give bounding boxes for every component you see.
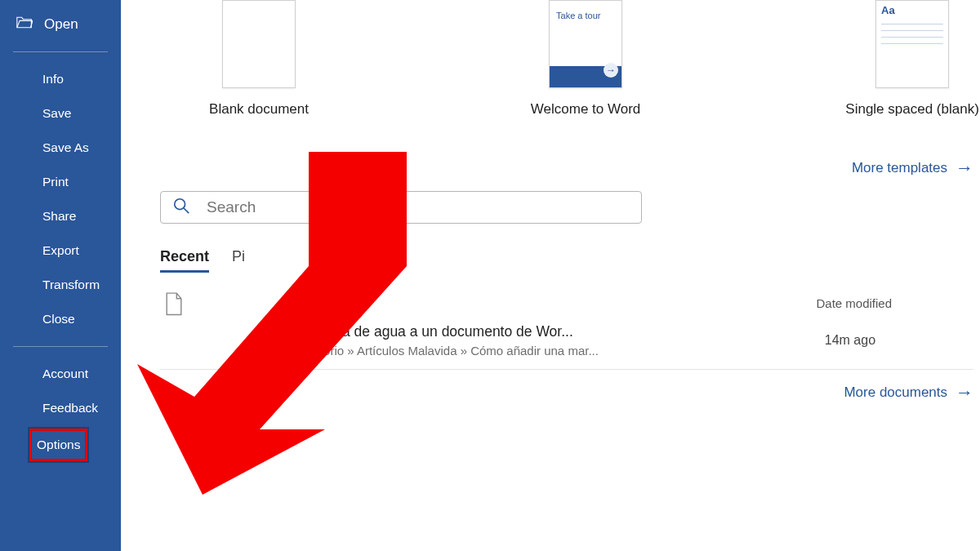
template-welcome-to-word[interactable]: Take a tour → Welcome to Word [524, 0, 647, 118]
tab-recent[interactable]: Recent [160, 248, 209, 273]
sidebar-item-export[interactable]: Export [13, 233, 108, 268]
sidebar-item-save[interactable]: Save [13, 96, 108, 131]
template-line [881, 30, 943, 31]
backstage-main: Blank document Take a tour → Welcome to … [121, 0, 980, 551]
template-label: Blank document [209, 101, 309, 118]
search-icon [172, 197, 190, 218]
tab-pinned[interactable]: Pi [232, 248, 245, 273]
document-modified: 14m ago [825, 333, 875, 348]
sidebar-divider [13, 51, 108, 52]
sidebar-item-options[interactable]: Options [29, 429, 87, 461]
more-templates-label: More templates [852, 160, 947, 176]
search-input[interactable] [207, 198, 630, 216]
template-aa: Aa [881, 4, 895, 16]
sidebar-divider [13, 346, 108, 347]
document-tabs: Recent Pi ith Me [160, 248, 973, 273]
sidebar-open-label: Open [44, 16, 78, 33]
document-info: una marca de agua a un documento de Wor.… [283, 323, 599, 358]
tab-shared-with-me[interactable]: ith Me [366, 248, 406, 273]
file-icon [165, 292, 183, 313]
sidebar-item-save-as[interactable]: Save As [13, 131, 108, 165]
more-documents-label: More documents [844, 384, 947, 401]
template-line [881, 24, 943, 24]
template-single-spaced[interactable]: Aa Single spaced (blank) [851, 0, 973, 118]
more-templates-link[interactable]: More templates → [160, 160, 973, 176]
template-thumb: Aa [875, 0, 949, 88]
sidebar-item-print[interactable]: Print [13, 165, 108, 199]
sidebar-item-info[interactable]: Info [13, 62, 108, 96]
svg-point-0 [175, 199, 185, 210]
template-label: Welcome to Word [531, 101, 640, 118]
sidebar-item-feedback[interactable]: Feedback [13, 391, 108, 425]
templates-row: Blank document Take a tour → Welcome to … [160, 0, 973, 118]
backstage-sidebar: Open Info Save Save As Print Share Expor… [0, 0, 121, 551]
column-date-modified: Date modified [816, 296, 892, 310]
more-documents-link[interactable]: More documents → [160, 384, 973, 401]
sidebar-item-close[interactable]: Close [13, 302, 108, 336]
sidebar-group-file: Info Save Save As Print Share Export Tra… [0, 62, 121, 336]
sidebar-item-account[interactable]: Account [13, 357, 108, 391]
document-path: » Escritorio » Artículos Malavida » Cómo… [283, 344, 599, 358]
sidebar-item-open[interactable]: Open [0, 7, 121, 42]
sidebar-group-account: Account Feedback [0, 357, 121, 425]
tour-text: Take a tour [556, 11, 600, 20]
template-blank-document[interactable]: Blank document [198, 0, 320, 118]
sidebar-item-share[interactable]: Share [13, 199, 108, 233]
template-line [881, 37, 943, 38]
folder-open-icon [16, 15, 33, 33]
template-line [881, 43, 943, 44]
arrow-right-icon: → [604, 63, 618, 78]
document-title: una marca de agua a un documento de Wor.… [283, 323, 599, 340]
svg-line-1 [184, 208, 189, 213]
document-row[interactable]: una marca de agua a un documento de Wor.… [160, 313, 973, 370]
sidebar-item-transform[interactable]: Transform [13, 268, 108, 302]
list-header: Date modified [160, 292, 973, 313]
template-label: Single spaced (blank) [845, 101, 978, 118]
template-thumb: Take a tour → [549, 0, 622, 88]
template-thumb [222, 0, 296, 88]
search-box[interactable] [160, 191, 642, 224]
